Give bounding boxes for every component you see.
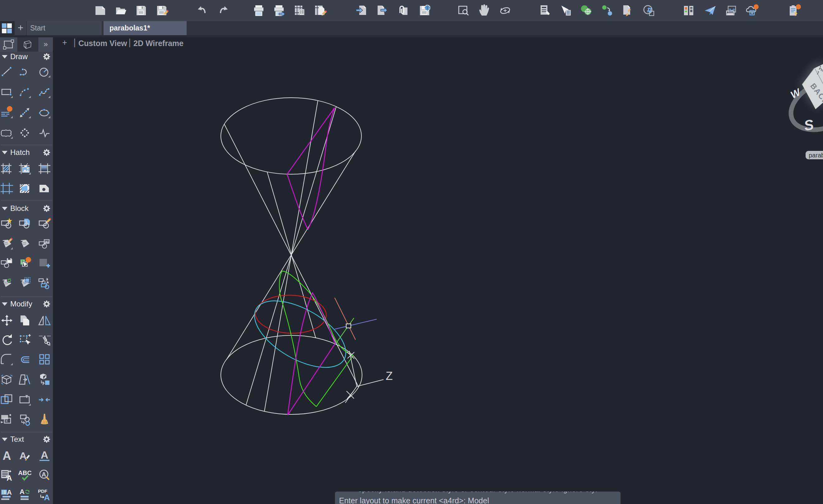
svg-text:A: A [41,449,48,461]
svg-text:A: A [2,449,11,462]
svg-text:A: A [20,488,25,496]
svg-text:A: A [7,488,12,496]
svg-text:parab: parab [809,152,823,159]
svg-text:ABC: ABC [18,470,31,476]
svg-text:Z: Z [386,370,393,382]
svg-text:S: S [803,116,815,134]
svg-text:A: A [7,474,12,482]
svg-text:A: A [44,493,50,502]
svg-text:A: A [42,471,46,478]
